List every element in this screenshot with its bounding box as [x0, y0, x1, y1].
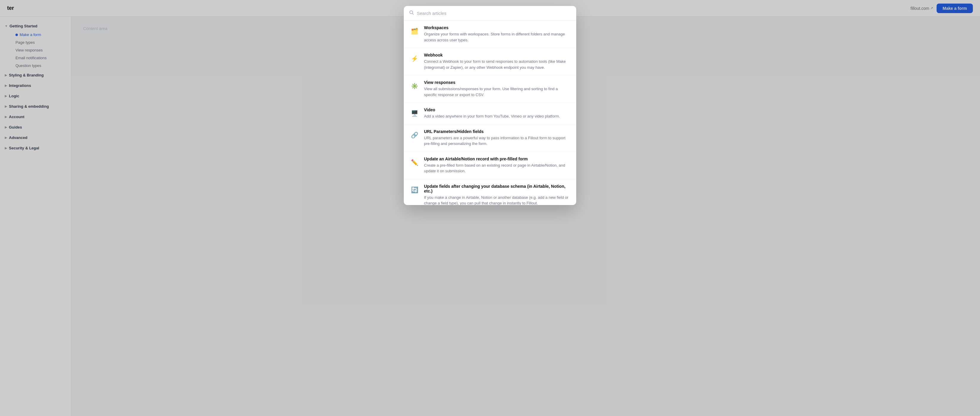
result-icon-video: 🖥️ — [409, 108, 420, 119]
result-content-video: VideoAdd a video anywhere in your form f… — [424, 107, 571, 120]
svg-line-1 — [412, 13, 414, 14]
search-result-view-responses[interactable]: ✳️View responsesView all submissions/res… — [404, 75, 576, 103]
result-title-view-responses: View responses — [424, 80, 571, 85]
result-content-update-fields: Update fields after changing your databa… — [424, 184, 571, 205]
result-icon-update-fields: 🔄 — [409, 185, 420, 195]
result-content-webhook: WebhookConnect a Webhook to your form to… — [424, 53, 571, 70]
result-desc-workspaces: Organize your forms with workspaces. Sto… — [424, 31, 571, 43]
search-result-video[interactable]: 🖥️VideoAdd a video anywhere in your form… — [404, 103, 576, 124]
result-icon-update-airtable: ✏️ — [409, 157, 420, 168]
search-result-url-parameters[interactable]: 🔗URL Parameters/Hidden fieldsURL paramet… — [404, 124, 576, 152]
result-title-video: Video — [424, 107, 571, 112]
result-content-url-parameters: URL Parameters/Hidden fieldsURL paramete… — [424, 129, 571, 147]
search-result-workspaces[interactable]: 🗂️WorkspacesOrganize your forms with wor… — [404, 21, 576, 48]
search-modal: 🗂️WorkspacesOrganize your forms with wor… — [404, 6, 576, 205]
result-title-url-parameters: URL Parameters/Hidden fields — [424, 129, 571, 134]
search-result-update-airtable[interactable]: ✏️Update an Airtable/Notion record with … — [404, 152, 576, 179]
search-icon — [409, 10, 414, 16]
result-content-update-airtable: Update an Airtable/Notion record with pr… — [424, 156, 571, 174]
result-title-workspaces: Workspaces — [424, 25, 571, 30]
result-title-update-fields: Update fields after changing your databa… — [424, 184, 571, 193]
result-desc-view-responses: View all submissions/responses to your f… — [424, 86, 571, 97]
result-content-workspaces: WorkspacesOrganize your forms with works… — [424, 25, 571, 43]
result-desc-update-fields: If you make a change in Airtable, Notion… — [424, 194, 571, 205]
result-desc-update-airtable: Create a pre-filled form based on an exi… — [424, 163, 571, 174]
result-desc-url-parameters: URL parameters are a powerful way to pas… — [424, 135, 571, 147]
result-title-update-airtable: Update an Airtable/Notion record with pr… — [424, 156, 571, 161]
result-icon-webhook: ⚡ — [409, 53, 420, 64]
overlay[interactable]: 🗂️WorkspacesOrganize your forms with wor… — [0, 0, 980, 416]
result-desc-webhook: Connect a Webhook to your form to send r… — [424, 59, 571, 70]
search-results: 🗂️WorkspacesOrganize your forms with wor… — [404, 21, 576, 205]
search-result-webhook[interactable]: ⚡WebhookConnect a Webhook to your form t… — [404, 48, 576, 75]
search-input[interactable] — [417, 11, 571, 16]
search-result-update-fields[interactable]: 🔄Update fields after changing your datab… — [404, 179, 576, 205]
result-icon-url-parameters: 🔗 — [409, 130, 420, 140]
result-title-webhook: Webhook — [424, 53, 571, 57]
result-icon-view-responses: ✳️ — [409, 81, 420, 91]
search-input-wrapper — [404, 6, 576, 21]
result-desc-video: Add a video anywhere in your form from Y… — [424, 113, 571, 120]
result-icon-workspaces: 🗂️ — [409, 26, 420, 37]
result-content-view-responses: View responsesView all submissions/respo… — [424, 80, 571, 97]
